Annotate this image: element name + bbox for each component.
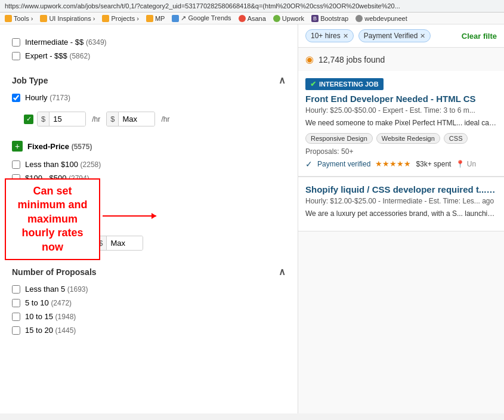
15-20-count: (1445) [55,326,76,335]
less-5-row[interactable]: Less than 5 (1693) [12,282,286,296]
bookmark-icon-bootstrap: B [311,15,319,22]
fixed-price-row[interactable]: + Fixed-Price (5575) [12,138,286,154]
bookmark-icon-webdev [355,15,363,22]
annotation-box: Can set minimum and maximum hourly rates… [5,178,100,260]
10-15-count: (1948) [55,313,76,321]
job-desc-1: We need someone to make Pixel Perfect HT… [305,118,497,128]
rss-icon: ◉ [305,54,314,65]
less-5-checkbox[interactable] [12,285,20,294]
annotation-arrow [103,215,156,217]
spent-1: $3k+ spent [416,160,451,168]
fixed-max-input[interactable] [107,236,143,250]
clear-filter-button[interactable]: Clear filte [462,32,497,41]
hourly-max-group: $ [106,112,155,126]
job-title-2[interactable]: Shopify liquid / CSS developer required … [305,184,497,194]
stars-1: ★★★★★ [375,159,411,168]
less-than-100-label: Less than $100 (2258) [25,160,101,169]
5-10-checkbox[interactable] [12,299,20,307]
filter-tag-hires[interactable]: 10+ hires ✕ [305,29,354,42]
proposals-1: Proposals: 50+ [305,147,497,156]
intermediate-label: Intermediate - $$ (6349) [25,38,107,47]
hourly-per-hr-min: /hr [89,113,103,126]
right-panel: 10+ hires ✕ Payment Verified ✕ Clear fil… [298,24,504,413]
bookmark-icon-projects [102,15,109,22]
proposals-header: Number of Proposals ∧ [0,259,298,282]
bookmark-icon-tools [5,15,12,22]
intermediate-checkbox[interactable] [12,38,20,47]
less-than-100-row[interactable]: Less than $100 (2258) [12,158,286,171]
filter-tag-hires-label: 10+ hires [311,32,341,40]
15-20-checkbox[interactable] [12,326,20,335]
job-meta-1: Hourly: $25.00-$50.00 - Expert - Est. Ti… [305,106,497,115]
job-meta-2: Hourly: $12.00-$25.00 - Intermediate - E… [305,197,497,205]
less-than-100-count: (2258) [81,160,101,169]
5-10-count: (2472) [51,299,72,307]
expert-label: Expert - $$$ (5862) [25,51,90,60]
fixed-price-label: Fixed-Price (5575) [27,142,92,151]
bookmark-bootstrap[interactable]: B Bootstrap [311,15,348,22]
hourly-label: Hourly (7173) [25,93,70,102]
expert-checkbox-row[interactable]: Expert - $$$ (5862) [12,49,286,63]
bookmark-icon-asana [239,15,246,22]
left-panel: Can set minimum and maximum hourly rates… [0,24,298,413]
payment-verified-icon: ✓ [305,159,313,169]
location-icon-1: 📍 Un [456,160,476,168]
15-20-row[interactable]: 15 to 20 (1445) [12,323,286,337]
job-type-chevron[interactable]: ∧ [279,75,286,86]
dollar-prefix-min: $ [38,112,50,126]
filter-section-experience: Intermediate - $$ (6349) Expert - $$$ (5… [0,30,298,67]
jobs-count-text: 12,748 jobs found [319,55,385,64]
fixed-price-plus[interactable]: + [12,141,23,152]
bookmark-asana[interactable]: Asana [239,15,266,22]
skill-tag-responsive[interactable]: Responsive Design [305,133,373,144]
job-type-header: Job Type ∧ [0,67,298,91]
filter-tag-payment-close[interactable]: ✕ [420,32,425,40]
bookmark-icon-upwork [273,15,280,22]
expert-count: (5862) [69,52,90,60]
bookmark-tools[interactable]: Tools › [5,15,33,22]
10-15-row[interactable]: 10 to 15 (1948) [12,310,286,323]
bookmark-webdev[interactable]: webdevpuneet [355,15,407,22]
intermediate-checkbox-row[interactable]: Intermediate - $$ (6349) [12,35,286,49]
filter-tag-payment[interactable]: Payment Verified ✕ [358,29,431,42]
annotation-text: Can set minimum and maximum hourly rates… [12,184,93,254]
hourly-per-hr-max: /hr [159,113,172,126]
hourly-max-input[interactable] [119,112,154,126]
15-20-label: 15 to 20 (1445) [25,326,76,335]
expert-checkbox[interactable] [12,52,20,60]
skill-tag-redesign[interactable]: Website Redesign [376,133,440,144]
job-desc-2: We are a luxury pet accessories brand, w… [305,209,497,219]
less-than-100-checkbox[interactable] [12,160,20,169]
browser-bar: https://www.upwork.com/ab/jobs/search/t/… [0,0,504,13]
url-bar[interactable]: https://www.upwork.com/ab/jobs/search/t/… [5,2,400,10]
hourly-min-input[interactable] [50,112,85,126]
skill-tags-1: Responsive Design Website Redesign CSS [305,133,497,144]
5-10-label: 5 to 10 (2472) [25,298,72,307]
bookmark-trends[interactable]: ↗ Google Trends [172,14,231,22]
bookmarks-bar: Tools › UI Inspirations › Projects › MP … [0,13,504,24]
10-15-checkbox[interactable] [12,313,20,321]
payment-verified-label: Payment verified [317,160,370,168]
filter-tag-hires-close[interactable]: ✕ [343,32,348,40]
10-15-label: 10 to 15 (1948) [25,312,76,321]
interesting-badge-1: ✔ INTERESTING JOB [305,78,384,90]
hourly-count: (7173) [50,94,70,102]
bookmark-ui[interactable]: UI Inspirations › [40,15,95,22]
bookmark-upwork[interactable]: Upwork [273,15,304,22]
skill-tag-css[interactable]: CSS [444,133,468,144]
intermediate-count: (6349) [86,38,107,47]
less-5-label: Less than 5 (1693) [25,285,88,294]
bookmark-projects[interactable]: Projects › [102,15,138,22]
job-card-2: Shopify liquid / CSS developer required … [298,177,504,231]
proposals-chevron[interactable]: ∧ [279,266,286,277]
filter-tag-payment-label: Payment Verified [364,32,418,40]
interesting-badge-label: INTERESTING JOB [319,81,379,88]
5-10-row[interactable]: 5 to 10 (2472) [12,296,286,310]
bookmark-mp[interactable]: MP [146,15,165,22]
hourly-checkbox[interactable] [12,94,20,102]
job-card-1: ✔ INTERESTING JOB Front End Developer Ne… [298,71,504,177]
less-5-count: (1693) [67,285,88,294]
hourly-checkbox-row[interactable]: Hourly (7173) [12,91,286,104]
job-title-1[interactable]: Front End Developer Needed - HTML CS [305,94,497,104]
filter-section-hourly: Hourly (7173) [0,91,298,109]
